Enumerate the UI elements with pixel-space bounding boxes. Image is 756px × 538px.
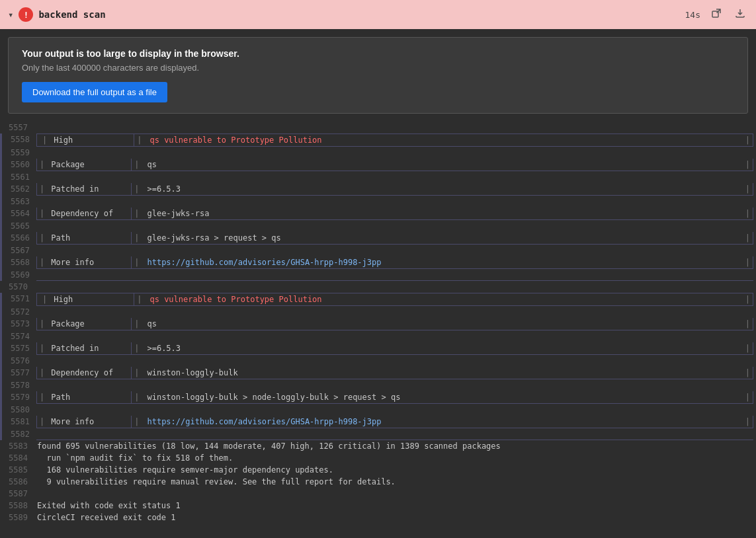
line-content: run `npm audit fix` to fix 518 of them.: [34, 452, 233, 464]
line-content: 168 vulnerabilities require semver-major…: [34, 464, 333, 476]
line-number: 5571: [2, 293, 36, 306]
line-content: 9 vulnerabilities require manual review.…: [34, 476, 396, 488]
table-row: 5577|Dependency of|winston-loggly-bulk|: [2, 367, 756, 379]
line-number: 5579: [2, 391, 36, 404]
table-row-empty: 5569: [2, 269, 756, 281]
line-number: 5585: [0, 464, 34, 476]
line-content: Exited with code exit status 1: [34, 500, 181, 512]
line-number: 5561: [2, 171, 36, 183]
vuln-table: 5558|High|qs vulnerable to Prototype Pol…: [0, 134, 756, 281]
table-row: 5571|High|qs vulnerable to Prototype Pol…: [2, 293, 756, 306]
line-content: CircleCI received exit code 1: [34, 512, 176, 523]
log-line: 5557: [0, 122, 756, 134]
download-full-output-button[interactable]: Download the full output as a file: [22, 82, 167, 102]
table-row-empty: 5582: [2, 428, 756, 440]
collapse-chevron-icon[interactable]: ▾: [8, 9, 13, 20]
log-line: 5587: [0, 488, 756, 500]
line-content: [34, 281, 37, 293]
line-number: 5583: [0, 440, 34, 452]
log-line: 5588Exited with code exit status 1: [0, 500, 756, 512]
line-number: 5564: [2, 208, 36, 220]
duration-label: 14s: [685, 10, 700, 20]
line-number: 5584: [0, 452, 34, 464]
line-number: 5572: [2, 306, 36, 318]
line-number: 5577: [2, 367, 36, 379]
banner-subtitle: Only the last 400000 characters are disp…: [22, 63, 734, 73]
table-row: 5566|Path|glee-jwks-rsa > request > qs|: [2, 232, 756, 245]
line-number: 5559: [2, 147, 36, 159]
page-title: backend scan: [38, 9, 679, 20]
line-number: 5566: [2, 232, 36, 245]
table-row-empty: 5565: [2, 220, 756, 232]
line-number: 5581: [2, 416, 36, 428]
line-number: 5589: [0, 512, 34, 523]
download-button[interactable]: [732, 7, 748, 22]
log-line: 5570: [0, 281, 756, 293]
table-row-empty: 5578: [2, 379, 756, 391]
line-number: 5557: [0, 122, 34, 134]
line-content: [34, 488, 37, 500]
table-row-empty: 5559: [2, 147, 756, 159]
line-number: 5558: [2, 134, 36, 147]
table-row-empty: 5574: [2, 330, 756, 342]
header-actions: 14s: [685, 7, 748, 22]
table-row-empty: 5561: [2, 171, 756, 183]
table-row: 5560|Package|qs|: [2, 159, 756, 171]
line-number: 5573: [2, 318, 36, 330]
vuln-table: 5571|High|qs vulnerable to Prototype Pol…: [0, 293, 756, 440]
line-number: 5562: [2, 183, 36, 196]
table-row-empty: 5576: [2, 355, 756, 367]
log-line: 5585 168 vulnerabilities require semver-…: [0, 464, 756, 476]
open-external-button[interactable]: [708, 7, 724, 22]
table-row: 5581|More info|https://github.com/adviso…: [2, 416, 756, 428]
line-number: 5560: [2, 159, 36, 171]
line-number: 5568: [2, 256, 36, 269]
line-number: 5570: [0, 281, 34, 293]
table-row-empty: 5572: [2, 306, 756, 318]
line-number: 5567: [2, 245, 36, 256]
line-number: 5588: [0, 500, 34, 512]
line-number: 5569: [2, 269, 36, 281]
table-row: 5558|High|qs vulnerable to Prototype Pol…: [2, 134, 756, 147]
line-number: 5575: [2, 342, 36, 355]
table-row: 5568|More info|https://github.com/adviso…: [2, 256, 756, 269]
banner-title: Your output is too large to display in t…: [22, 48, 734, 59]
log-line: 5583found 695 vulnerabilities (18 low, 1…: [0, 440, 756, 452]
table-row-empty: 5567: [2, 245, 756, 256]
line-number: 5580: [2, 404, 36, 416]
table-row-empty: 5580: [2, 404, 756, 416]
log-line: 5586 9 vulnerabilities require manual re…: [0, 476, 756, 488]
warning-banner: Your output is too large to display in t…: [8, 37, 748, 114]
table-row: 5562|Patched in|>=6.5.3|: [2, 183, 756, 196]
line-number: 5565: [2, 220, 36, 232]
table-row: 5564|Dependency of|glee-jwks-rsa|: [2, 208, 756, 220]
line-number: 5574: [2, 330, 36, 342]
line-number: 5563: [2, 196, 36, 208]
log-output: 55575558|High|qs vulnerable to Prototype…: [0, 122, 756, 531]
table-row: 5573|Package|qs|: [2, 318, 756, 330]
header-bar: ▾ ! backend scan 14s: [0, 0, 756, 29]
table-row-empty: 5563: [2, 196, 756, 208]
log-line: 5589CircleCI received exit code 1: [0, 512, 756, 523]
error-status-icon: !: [19, 7, 33, 22]
line-content: found 695 vulnerabilities (18 low, 144 m…: [34, 440, 501, 452]
line-number: 5576: [2, 355, 36, 367]
log-line: 5584 run `npm audit fix` to fix 518 of t…: [0, 452, 756, 464]
line-number: 5586: [0, 476, 34, 488]
line-content: [34, 122, 37, 134]
table-row: 5579|Path|winston-loggly-bulk > node-log…: [2, 391, 756, 404]
line-number: 5578: [2, 379, 36, 391]
table-row: 5575|Patched in|>=6.5.3|: [2, 342, 756, 355]
line-number: 5582: [2, 428, 36, 440]
line-number: 5587: [0, 488, 34, 500]
